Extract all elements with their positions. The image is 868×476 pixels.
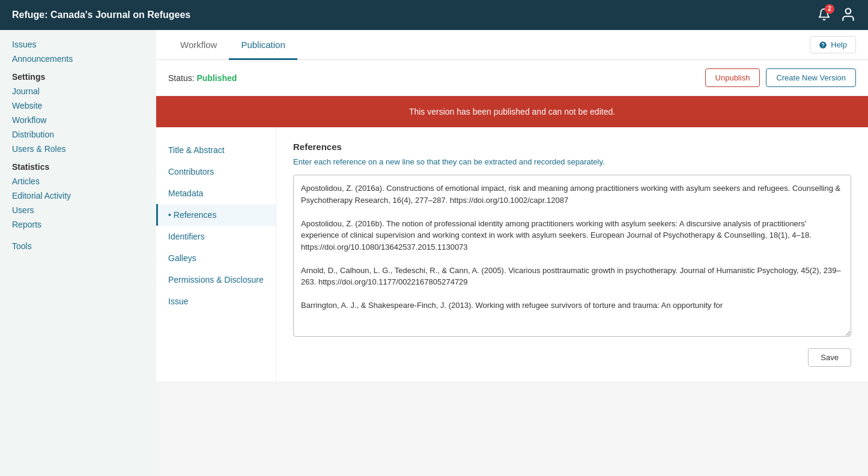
sidebar-item-workflow[interactable]: Workflow — [0, 113, 156, 127]
status-bar: Status: Published Unpublish Create New V… — [156, 60, 868, 96]
publication-body: Title & Abstract Contributors Metadata R… — [156, 127, 868, 381]
pub-nav-title-abstract[interactable]: Title & Abstract — [156, 139, 276, 161]
sidebar-item-tools[interactable]: Tools — [0, 239, 156, 253]
notification-bell[interactable]: 2 — [818, 8, 831, 23]
references-textarea[interactable] — [293, 175, 851, 337]
notification-count: 2 — [825, 4, 834, 14]
tabs-left: Workflow Publication — [168, 30, 297, 59]
publication-content: References Enter each reference on a new… — [276, 127, 868, 381]
svg-point-0 — [846, 8, 851, 14]
header-icons: 2 — [818, 7, 856, 24]
status-value: Published — [196, 73, 237, 83]
main-layout: Issues Announcements Settings Journal We… — [0, 30, 868, 476]
sidebar-item-website[interactable]: Website — [0, 98, 156, 113]
tabs-bar: Workflow Publication Help — [156, 30, 868, 60]
help-label: Help — [831, 40, 847, 49]
create-version-button[interactable]: Create New Version — [766, 68, 856, 87]
sidebar-item-issues[interactable]: Issues — [0, 37, 156, 52]
publication-nav: Title & Abstract Contributors Metadata R… — [156, 127, 276, 381]
sidebar-item-articles[interactable]: Articles — [0, 174, 156, 188]
sidebar-item-users[interactable]: Users — [0, 203, 156, 217]
save-row: Save — [293, 339, 851, 367]
pub-nav-galleys[interactable]: Galleys — [156, 247, 276, 269]
content-area: Workflow Publication Help Status: Publis… — [156, 30, 868, 476]
status-label: Status: — [168, 73, 195, 83]
sidebar-item-editorial-activity[interactable]: Editorial Activity — [0, 188, 156, 203]
sidebar-item-users-roles[interactable]: Users & Roles — [0, 142, 156, 156]
status-actions: Unpublish Create New Version — [705, 68, 856, 87]
pub-nav-contributors[interactable]: Contributors — [156, 161, 276, 182]
status-display: Status: Published — [168, 73, 237, 83]
help-icon — [819, 41, 827, 49]
error-banner-text: This version has been published and can … — [409, 107, 615, 116]
sidebar-item-journal[interactable]: Journal — [0, 84, 156, 98]
pub-nav-permissions-disclosure[interactable]: Permissions & Disclosure — [156, 269, 276, 291]
tab-workflow[interactable]: Workflow — [168, 30, 229, 60]
pub-nav-identifiers[interactable]: Identifiers — [156, 226, 276, 247]
unpublish-button[interactable]: Unpublish — [705, 68, 760, 87]
app-title: Refuge: Canada's Journal on Refugees — [12, 10, 190, 20]
sidebar: Issues Announcements Settings Journal We… — [0, 30, 156, 476]
sidebar-item-distribution[interactable]: Distribution — [0, 127, 156, 142]
sidebar-item-announcements[interactable]: Announcements — [0, 52, 156, 66]
error-banner: This version has been published and can … — [156, 96, 868, 127]
top-header: Refuge: Canada's Journal on Refugees 2 — [0, 0, 868, 30]
tab-publication[interactable]: Publication — [229, 30, 297, 60]
references-title: References — [293, 142, 851, 152]
pub-nav-metadata[interactable]: Metadata — [156, 182, 276, 204]
settings-heading: Settings — [0, 66, 156, 84]
pub-nav-references[interactable]: References — [156, 204, 276, 226]
statistics-heading: Statistics — [0, 156, 156, 174]
pub-nav-issue[interactable]: Issue — [156, 291, 276, 312]
help-button[interactable]: Help — [810, 36, 856, 53]
references-hint: Enter each reference on a new line so th… — [293, 157, 851, 167]
sidebar-item-reports[interactable]: Reports — [0, 217, 156, 232]
user-avatar[interactable] — [840, 7, 856, 24]
save-button[interactable]: Save — [808, 348, 851, 367]
